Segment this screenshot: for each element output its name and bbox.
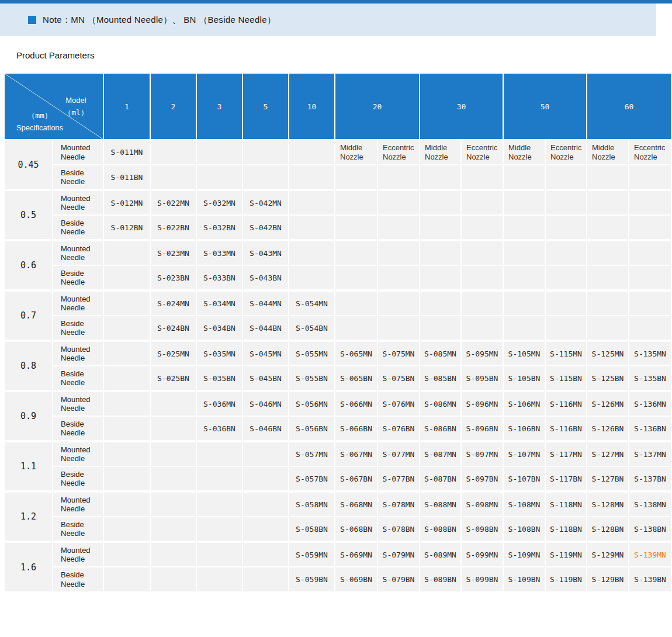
empty-cell [103, 517, 150, 542]
model-code-cell: S-044BN [243, 316, 289, 341]
product-parameters-table: Model （ml） （mm） Specifications 1 2 3 5 1… [4, 72, 672, 593]
model-code-cell: S-129BN [587, 567, 629, 592]
empty-cell [243, 517, 289, 542]
empty-cell [420, 290, 461, 316]
model-code-cell: S-024MN [150, 290, 196, 316]
empty-cell [503, 215, 545, 240]
empty-cell [335, 240, 377, 265]
model-code-cell: S-096BN [461, 416, 503, 441]
model-code-cell: S-057MN [289, 441, 335, 466]
model-code-cell: S-067MN [335, 441, 377, 466]
model-code-cell: S-034BN [196, 316, 243, 341]
model-code-cell: S-115BN [545, 366, 587, 391]
model-code-cell: S-034MN [196, 290, 243, 316]
empty-cell [587, 316, 629, 341]
column-header-60: 60 [587, 73, 671, 140]
empty-cell [587, 265, 629, 290]
column-header-2: 2 [150, 73, 196, 140]
empty-cell [103, 366, 150, 391]
empty-cell [196, 542, 243, 567]
model-code-cell: S-116BN [545, 416, 587, 441]
model-code-cell: S-106BN [503, 416, 545, 441]
empty-cell [503, 190, 545, 215]
model-code-cell: S-099MN [461, 542, 503, 567]
table-row: Beside NeedleS-023BNS-033BNS-043BN [4, 265, 671, 290]
model-code-cell: S-086BN [420, 416, 461, 441]
empty-cell [629, 190, 671, 215]
model-code-cell: S-058MN [289, 491, 335, 517]
model-code-cell: S-032MN [196, 190, 243, 215]
empty-cell [461, 240, 503, 265]
empty-cell [289, 265, 335, 290]
model-code-cell: S-068BN [335, 517, 377, 542]
needle-type-label: Mounted Needle [53, 290, 103, 316]
table-row: Beside NeedleS-025BNS-035BNS-045BNS-055B… [4, 366, 671, 391]
needle-type-label: Beside Needle [53, 165, 103, 190]
model-code-cell: S-138MN [629, 491, 671, 517]
model-code-cell: S-045MN [243, 341, 289, 366]
nozzle-subheader: Eccentric Nozzle [377, 140, 420, 165]
model-code-cell: S-095BN [461, 366, 503, 391]
model-code-cell: S-128MN [587, 491, 629, 517]
table-row: 0.5Mounted NeedleS-012MNS-022MNS-032MNS-… [4, 190, 671, 215]
model-code-cell: S-105MN [503, 341, 545, 366]
empty-cell [545, 290, 587, 316]
model-code-cell: S-022BN [150, 215, 196, 240]
section-title: Product Parameters [16, 50, 672, 60]
model-code-cell: S-066BN [335, 416, 377, 441]
empty-cell [587, 215, 629, 240]
model-code-cell: S-011BN [103, 165, 150, 190]
model-code-cell: S-125BN [587, 366, 629, 391]
model-code-cell: S-137BN [629, 466, 671, 491]
table-row: Beside NeedleS-012BNS-022BNS-032BNS-042B… [4, 215, 671, 240]
empty-cell [629, 215, 671, 240]
model-code-cell: S-024BN [150, 316, 196, 341]
model-code-cell: S-117MN [545, 441, 587, 466]
empty-cell [150, 491, 196, 517]
column-header-50: 50 [503, 73, 587, 140]
model-code-cell: S-011MN [103, 140, 150, 165]
empty-cell [420, 265, 461, 290]
model-code-cell: S-098MN [461, 491, 503, 517]
empty-cell [420, 190, 461, 215]
model-code-cell: S-065MN [335, 341, 377, 366]
model-code-cell: S-089MN [420, 542, 461, 567]
empty-cell [103, 290, 150, 316]
table-row: 0.7Mounted NeedleS-024MNS-034MNS-044MNS-… [4, 290, 671, 316]
spec-value: 0.8 [4, 341, 53, 391]
empty-cell [420, 240, 461, 265]
empty-cell [196, 567, 243, 592]
empty-cell [377, 165, 420, 190]
empty-cell [103, 391, 150, 416]
needle-type-label: Beside Needle [53, 265, 103, 290]
nozzle-subheader: Eccentric Nozzle [629, 140, 671, 165]
model-code-cell: S-126BN [587, 416, 629, 441]
model-code-cell: S-119BN [545, 567, 587, 592]
model-code-cell: S-136MN [629, 391, 671, 416]
empty-cell [335, 316, 377, 341]
empty-cell [629, 165, 671, 190]
corner-header-cell: Model （ml） （mm） Specifications [4, 73, 103, 140]
empty-cell [150, 165, 196, 190]
empty-cell [103, 491, 150, 517]
model-code-cell: S-097BN [461, 466, 503, 491]
model-code-cell: S-077MN [377, 441, 420, 466]
needle-type-label: Beside Needle [53, 416, 103, 441]
needle-type-label: Mounted Needle [53, 140, 103, 165]
empty-cell [150, 391, 196, 416]
empty-cell [545, 265, 587, 290]
table-row: 0.6Mounted NeedleS-023MNS-033MNS-043MN [4, 240, 671, 265]
model-code-cell: S-079MN [377, 542, 420, 567]
nozzle-subheader: Middle Nozzle [503, 140, 545, 165]
model-code-cell: S-096MN [461, 391, 503, 416]
model-code-cell: S-042MN [243, 190, 289, 215]
table-row: 0.8Mounted NeedleS-025MNS-035MNS-045MNS-… [4, 341, 671, 366]
spec-value: 0.9 [4, 391, 53, 441]
model-code-cell: S-086MN [420, 391, 461, 416]
model-code-cell: S-023MN [150, 240, 196, 265]
needle-type-label: Mounted Needle [53, 542, 103, 567]
model-code-cell: S-109BN [503, 567, 545, 592]
empty-cell [103, 466, 150, 491]
model-code-cell: S-135MN [629, 341, 671, 366]
empty-cell [150, 466, 196, 491]
